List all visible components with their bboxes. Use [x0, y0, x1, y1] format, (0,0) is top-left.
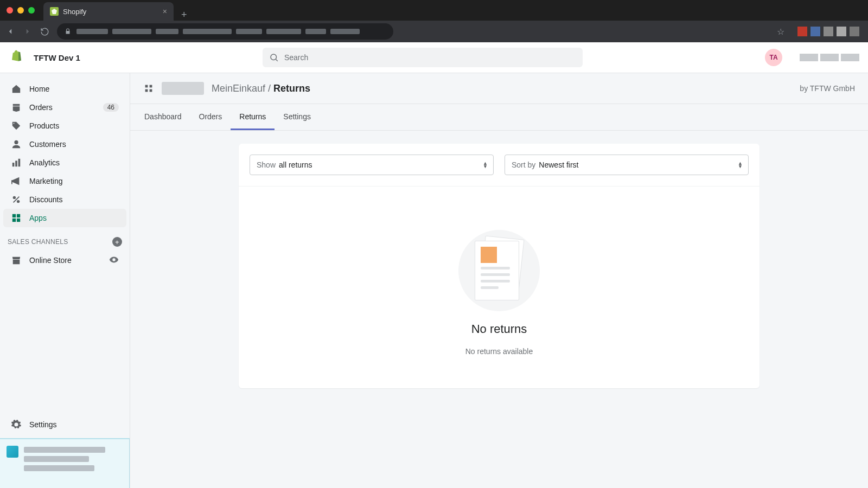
breadcrumb-obscured — [162, 82, 204, 95]
svg-rect-16 — [150, 89, 152, 92]
sidebar-item-customers[interactable]: Customers — [3, 135, 126, 153]
store-name[interactable]: TFTW Dev 1 — [34, 53, 80, 62]
sidebar-item-settings[interactable]: Settings — [3, 415, 126, 434]
sidebar-item-label: Products — [29, 121, 119, 130]
gear-icon — [11, 419, 22, 430]
customers-icon — [11, 139, 22, 150]
user-name-obscured — [800, 54, 859, 61]
breadcrumb-current: Returns — [273, 83, 310, 94]
empty-state: No returns No returns available — [239, 186, 760, 388]
svg-rect-3 — [12, 163, 15, 166]
promo-icon — [7, 446, 18, 458]
sidebar-item-apps[interactable]: Apps — [3, 209, 126, 227]
select-value: all returns — [279, 160, 312, 169]
tab-close-icon[interactable]: × — [163, 7, 167, 16]
svg-rect-12 — [17, 219, 20, 222]
sales-channels-header: SALES CHANNELS — [8, 238, 68, 246]
chevron-updown-icon: ▲▼ — [483, 162, 488, 168]
tab-orders[interactable]: Orders — [190, 104, 231, 130]
svg-rect-5 — [18, 159, 21, 166]
empty-subtitle: No returns available — [465, 347, 533, 356]
products-icon — [11, 120, 22, 131]
svg-rect-11 — [12, 219, 16, 222]
svg-line-1 — [276, 59, 277, 61]
sidebar-item-orders[interactable]: Orders 46 — [3, 98, 126, 117]
store-icon — [11, 255, 22, 266]
svg-rect-15 — [145, 89, 148, 92]
svg-point-6 — [13, 196, 16, 199]
select-prefix: Show — [257, 160, 276, 169]
sidebar-item-discounts[interactable]: Discounts — [3, 190, 126, 209]
view-store-icon[interactable] — [109, 255, 119, 266]
sidebar-item-label: Marketing — [29, 177, 119, 185]
svg-rect-9 — [12, 214, 16, 217]
sidebar-item-label: Orders — [29, 103, 95, 112]
sidebar: Home Orders 46 Products Customers Analyt… — [0, 73, 130, 488]
browser-tab[interactable]: Shopify × — [43, 2, 174, 21]
browser-chrome: Shopify × + ☆ — [0, 0, 868, 42]
orders-badge: 46 — [103, 103, 119, 112]
marketing-icon — [11, 176, 22, 187]
sort-by-select[interactable]: Sort by Newest first ▲▼ — [505, 155, 749, 175]
svg-point-7 — [17, 200, 20, 203]
discounts-icon — [11, 194, 22, 205]
sidebar-item-home[interactable]: Home — [3, 80, 126, 98]
apps-breadcrumb-icon[interactable] — [143, 83, 154, 94]
search-input[interactable]: Search — [263, 48, 583, 67]
svg-rect-13 — [145, 85, 148, 88]
sidebar-promo-card[interactable] — [0, 438, 130, 488]
home-icon — [11, 84, 22, 94]
returns-card: Show all returns ▲▼ Sort by Newest first… — [239, 144, 760, 388]
orders-icon — [11, 102, 22, 113]
filter-show-select[interactable]: Show all returns ▲▼ — [250, 155, 494, 175]
back-icon[interactable] — [5, 27, 15, 36]
app-topbar: TFTW Dev 1 Search TA — [0, 42, 868, 73]
breadcrumb-app[interactable]: MeinEinkauf — [212, 83, 265, 94]
new-tab-button[interactable]: + — [174, 9, 195, 21]
svg-rect-4 — [15, 160, 17, 166]
select-value: Newest first — [539, 160, 578, 169]
sidebar-item-label: Home — [29, 85, 119, 93]
extension-icons — [797, 27, 859, 36]
analytics-icon — [11, 157, 22, 168]
user-avatar[interactable]: TA — [765, 49, 782, 66]
add-channel-button[interactable]: + — [112, 237, 122, 247]
search-icon — [269, 53, 279, 62]
chevron-updown-icon: ▲▼ — [738, 162, 743, 168]
sidebar-item-label: Apps — [29, 214, 119, 222]
breadcrumb: MeinEinkauf / Returns — [212, 83, 310, 94]
tab-dashboard[interactable]: Dashboard — [136, 104, 190, 130]
svg-point-2 — [14, 140, 18, 144]
search-placeholder: Search — [284, 53, 308, 62]
app-byline: by TFTW GmbH — [800, 84, 855, 93]
svg-rect-10 — [17, 214, 20, 217]
sidebar-item-label: Discounts — [29, 195, 119, 204]
sidebar-item-analytics[interactable]: Analytics — [3, 153, 126, 172]
sidebar-item-label: Online Store — [29, 256, 101, 265]
sidebar-item-label: Settings — [29, 420, 119, 429]
url-obscured — [76, 29, 360, 34]
bookmark-star-icon[interactable]: ☆ — [777, 27, 784, 37]
tab-title: Shopify — [63, 8, 158, 16]
empty-title: No returns — [471, 322, 527, 336]
sidebar-item-online-store[interactable]: Online Store — [3, 251, 126, 269]
shopify-logo-icon[interactable] — [9, 50, 23, 65]
forward-icon — [23, 27, 33, 36]
sidebar-item-label: Customers — [29, 140, 119, 149]
svg-point-0 — [271, 54, 277, 60]
app-tabs: Dashboard Orders Returns Settings — [130, 104, 868, 131]
tab-settings[interactable]: Settings — [275, 104, 320, 130]
tab-returns[interactable]: Returns — [231, 104, 275, 130]
sidebar-item-marketing[interactable]: Marketing — [3, 172, 126, 190]
page-header: MeinEinkauf / Returns by TFTW GmbH — [130, 73, 868, 104]
select-prefix: Sort by — [512, 160, 535, 169]
sidebar-item-label: Analytics — [29, 158, 119, 167]
address-bar[interactable] — [57, 23, 393, 40]
reload-icon[interactable] — [40, 27, 49, 36]
sidebar-item-products[interactable]: Products — [3, 117, 126, 135]
svg-rect-14 — [150, 85, 152, 88]
breadcrumb-sep: / — [268, 83, 271, 94]
promo-text-obscured — [24, 447, 105, 481]
lock-icon — [65, 28, 71, 35]
shopify-favicon-icon — [50, 7, 59, 16]
